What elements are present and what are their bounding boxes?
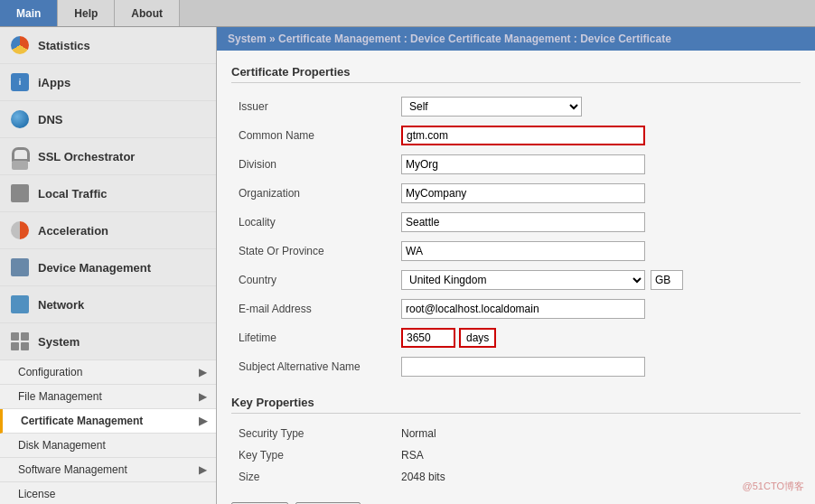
lifetime-input[interactable] [401, 328, 455, 348]
state-row: State Or Province [231, 237, 801, 266]
lock-icon [9, 145, 31, 167]
tab-help[interactable]: Help [58, 0, 115, 26]
key-type-label: Key Type [231, 444, 394, 466]
country-label: Country [231, 266, 394, 294]
subject-alt-input[interactable] [401, 357, 645, 377]
sidebar-label-statistics: Statistics [38, 39, 90, 52]
arrow-icon: ▶ [199, 463, 207, 476]
sidebar-label-iapps: iApps [38, 76, 70, 89]
locality-label: Locality [231, 208, 394, 237]
network-icon [9, 294, 31, 315]
lifetime-inputs: days [401, 328, 793, 348]
system-submenu: Configuration ▶ File Management ▶ Certif… [0, 360, 216, 504]
breadcrumb: System » Certificate Management : Device… [217, 27, 815, 51]
arrow-icon: ▶ [199, 415, 207, 427]
device-icon [9, 257, 31, 278]
subject-alt-row: Subject Alternative Name [231, 352, 801, 381]
sidebar-item-local-traffic[interactable]: Local Traffic [0, 175, 216, 212]
organization-input[interactable] [401, 183, 645, 203]
size-row: Size 2048 bits [231, 466, 801, 488]
state-input[interactable] [401, 241, 645, 261]
sidebar-item-system[interactable]: System [0, 323, 216, 360]
sidebar-item-iapps[interactable]: i iApps [0, 64, 216, 101]
top-navigation: Main Help About [0, 0, 815, 27]
sidebar-label-acceleration: Acceleration [38, 224, 108, 238]
country-code-input[interactable] [651, 270, 683, 290]
key-properties-title: Key Properties [231, 396, 801, 414]
issuer-select[interactable]: Self [401, 97, 582, 117]
sidebar-label-dns: DNS [38, 113, 62, 126]
lifetime-label: Lifetime [231, 323, 394, 352]
traffic-icon [9, 182, 31, 204]
email-row: E-mail Address [231, 294, 801, 323]
organization-row: Organization [231, 179, 801, 208]
size-value: 2048 bits [394, 466, 801, 488]
sidebar-label-ssl: SSL Orchestrator [38, 150, 135, 163]
main-layout: Statistics i iApps DNS SSL Orchestrator … [0, 27, 815, 504]
arrow-icon: ▶ [199, 366, 207, 378]
globe-icon [9, 108, 31, 130]
key-properties-table: Security Type Normal Key Type RSA Size 2… [231, 423, 801, 488]
accel-icon [9, 219, 31, 241]
tab-about[interactable]: About [115, 0, 180, 26]
organization-label: Organization [231, 179, 394, 208]
content-area: System » Certificate Management : Device… [217, 27, 815, 504]
submenu-software-management[interactable]: Software Management ▶ [0, 458, 216, 482]
sidebar-label-traffic: Local Traffic [38, 187, 108, 201]
sidebar-item-dns[interactable]: DNS [0, 101, 216, 138]
security-type-row: Security Type Normal [231, 423, 801, 444]
state-label: State Or Province [231, 237, 394, 266]
sidebar-label-device: Device Management [38, 261, 151, 275]
common-name-label: Common Name [231, 121, 394, 150]
submenu-license[interactable]: License [0, 482, 216, 504]
cert-properties-table: Issuer Self Common Name Division [231, 92, 801, 381]
submenu-configuration[interactable]: Configuration ▶ [0, 360, 216, 385]
days-label: days [459, 328, 496, 348]
subject-alt-label: Subject Alternative Name [231, 352, 394, 381]
submenu-file-management[interactable]: File Management ▶ [0, 385, 216, 409]
sidebar-item-device-management[interactable]: Device Management [0, 249, 216, 286]
issuer-label: Issuer [231, 92, 394, 121]
common-name-row: Common Name [231, 121, 801, 150]
form-area: Certificate Properties Issuer Self Commo… [217, 51, 815, 504]
size-label: Size [231, 466, 394, 488]
country-inputs: United Kingdom [401, 270, 793, 290]
security-type-value: Normal [394, 423, 801, 444]
sidebar: Statistics i iApps DNS SSL Orchestrator … [0, 27, 217, 504]
division-label: Division [231, 150, 394, 179]
email-label: E-mail Address [231, 294, 394, 323]
common-name-input[interactable] [401, 126, 645, 145]
key-type-value: RSA [394, 444, 801, 466]
arrow-icon: ▶ [199, 390, 207, 403]
pie-chart-icon [9, 34, 31, 56]
sidebar-item-statistics[interactable]: Statistics [0, 27, 216, 64]
division-row: Division [231, 150, 801, 179]
sidebar-label-system: System [38, 335, 80, 349]
cert-properties-title: Certificate Properties [231, 65, 801, 83]
submenu-certificate-management[interactable]: Certificate Management ▶ [0, 409, 216, 434]
sidebar-item-network[interactable]: Network [0, 286, 216, 323]
sidebar-item-ssl-orchestrator[interactable]: SSL Orchestrator [0, 138, 216, 175]
country-row: Country United Kingdom [231, 266, 801, 294]
locality-input[interactable] [401, 212, 645, 232]
sidebar-item-acceleration[interactable]: Acceleration [0, 212, 216, 249]
iapps-icon: i [9, 71, 31, 93]
system-icon [9, 331, 31, 352]
division-input[interactable] [401, 154, 645, 174]
security-type-label: Security Type [231, 423, 394, 444]
email-input[interactable] [401, 299, 645, 319]
country-select[interactable]: United Kingdom [401, 270, 645, 290]
key-type-row: Key Type RSA [231, 444, 801, 466]
sidebar-label-network: Network [38, 298, 84, 312]
tab-main[interactable]: Main [0, 0, 58, 26]
submenu-disk-management[interactable]: Disk Management [0, 434, 216, 458]
issuer-row: Issuer Self [231, 92, 801, 121]
locality-row: Locality [231, 208, 801, 237]
lifetime-row: Lifetime days [231, 323, 801, 352]
